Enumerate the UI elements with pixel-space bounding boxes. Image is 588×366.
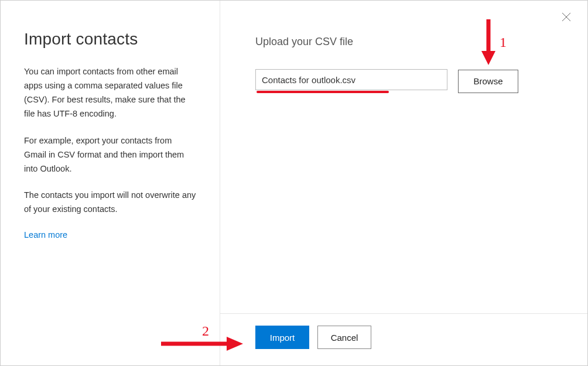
sidebar-paragraph: You can import contacts from other email… (24, 65, 196, 121)
cancel-button[interactable]: Cancel (317, 326, 371, 349)
dialog-container: Import contacts You can import contacts … (1, 1, 587, 365)
learn-more-link[interactable]: Learn more (24, 230, 67, 240)
dialog-title: Import contacts (24, 30, 196, 49)
file-input-wrapper (255, 69, 447, 93)
sidebar-paragraph: The contacts you import will not overwri… (24, 189, 196, 217)
dialog-footer: Import Cancel (220, 313, 587, 365)
close-icon (562, 12, 571, 24)
upload-label: Upload your CSV file (255, 36, 552, 48)
annotation-underline (257, 91, 389, 93)
close-button[interactable] (559, 11, 573, 25)
upload-section: Upload your CSV file Browse (220, 1, 587, 313)
browse-button[interactable]: Browse (458, 70, 518, 93)
file-row: Browse (255, 69, 552, 93)
file-name-input[interactable] (255, 69, 447, 90)
import-button[interactable]: Import (255, 326, 309, 349)
sidebar-paragraph: For example, export your contacts from G… (24, 134, 196, 176)
sidebar: Import contacts You can import contacts … (1, 1, 220, 365)
main-panel: Upload your CSV file Browse Import Cance… (220, 1, 587, 365)
